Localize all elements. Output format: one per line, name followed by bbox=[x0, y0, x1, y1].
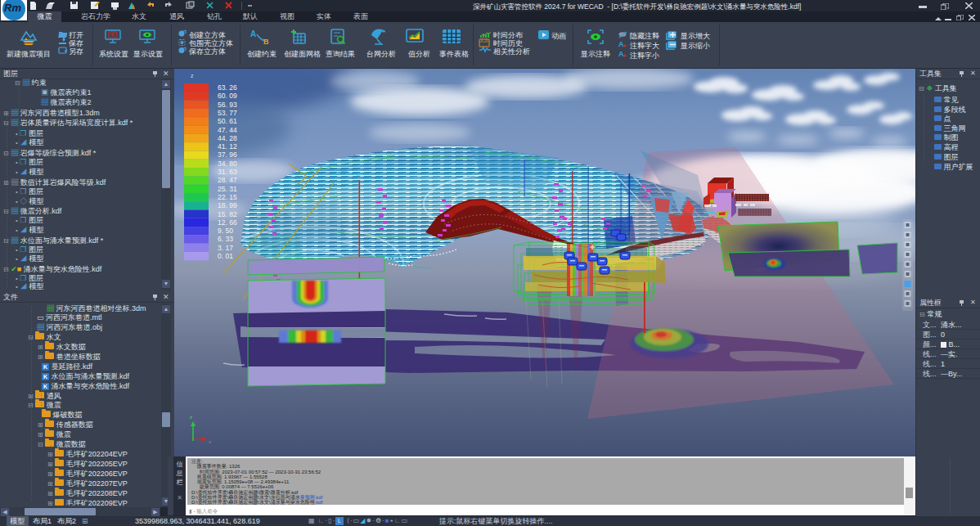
svg-text:A: A bbox=[618, 40, 624, 48]
svg-text:A: A bbox=[250, 29, 256, 38]
svg-text:60. 09: 60. 09 bbox=[218, 92, 237, 100]
svg-text:3. 17: 3. 17 bbox=[218, 244, 233, 252]
svg-text:47. 44: 47. 44 bbox=[218, 126, 237, 134]
svg-text:B: B bbox=[263, 38, 269, 46]
svg-text:28. 47: 28. 47 bbox=[218, 176, 237, 184]
svg-text:25. 31: 25. 31 bbox=[218, 185, 237, 193]
svg-text:12. 66: 12. 66 bbox=[218, 218, 237, 227]
svg-text:37. 96: 37. 96 bbox=[218, 151, 237, 159]
svg-text:A: A bbox=[618, 50, 624, 58]
svg-text:56. 93: 56. 93 bbox=[218, 101, 237, 109]
svg-text:x: x bbox=[209, 439, 211, 444]
svg-text:6. 33: 6. 33 bbox=[218, 235, 233, 243]
svg-text:63. 26: 63. 26 bbox=[218, 83, 237, 92]
svg-text:53. 77: 53. 77 bbox=[218, 109, 237, 117]
svg-text:44. 28: 44. 28 bbox=[218, 134, 237, 142]
svg-text:22. 15: 22. 15 bbox=[218, 193, 237, 201]
svg-text:31. 63: 31. 63 bbox=[218, 168, 237, 176]
svg-text:41. 12: 41. 12 bbox=[218, 142, 237, 151]
svg-text:z: z bbox=[190, 415, 192, 420]
svg-text:34. 80: 34. 80 bbox=[218, 160, 237, 168]
svg-text:z: z bbox=[191, 73, 194, 79]
svg-text:15. 82: 15. 82 bbox=[218, 210, 237, 218]
svg-text:9. 50: 9. 50 bbox=[218, 227, 233, 235]
svg-text:18. 99: 18. 99 bbox=[218, 201, 237, 209]
svg-text:0. 01: 0. 01 bbox=[218, 252, 233, 260]
svg-text:50. 61: 50. 61 bbox=[218, 117, 237, 125]
